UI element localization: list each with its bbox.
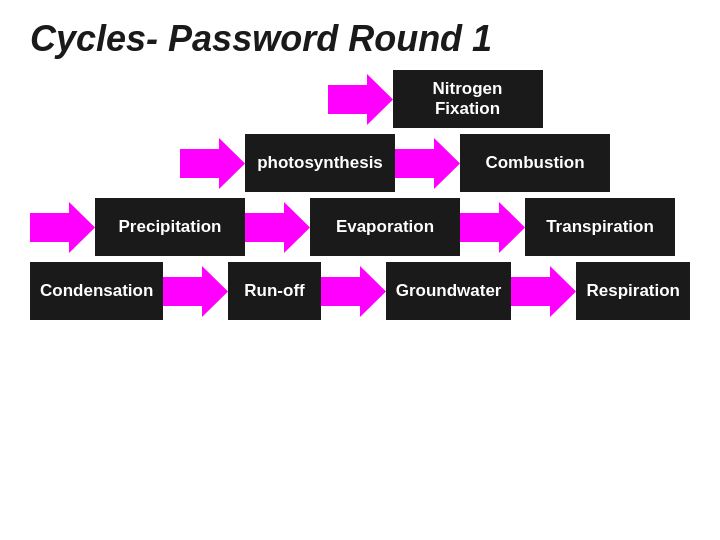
svg-marker-6 bbox=[163, 265, 228, 316]
main-diagram: Nitrogen Fixation photosynthesis Combust… bbox=[30, 70, 690, 326]
arrow-3-1 bbox=[30, 200, 95, 255]
arrow-3-3 bbox=[460, 200, 525, 255]
svg-marker-7 bbox=[321, 265, 386, 316]
row-1: Nitrogen Fixation bbox=[30, 70, 690, 128]
condensation-box: Condensation bbox=[30, 262, 163, 320]
arrow-4-1 bbox=[163, 264, 228, 319]
arrow-2-1 bbox=[180, 136, 245, 191]
svg-marker-4 bbox=[245, 201, 310, 252]
row-3: Precipitation Evaporation Transpiration bbox=[30, 198, 690, 256]
transpiration-box: Transpiration bbox=[525, 198, 675, 256]
evaporation-box: Evaporation bbox=[310, 198, 460, 256]
arrow-1-1 bbox=[328, 72, 393, 127]
svg-marker-2 bbox=[395, 137, 460, 188]
precipitation-box: Precipitation bbox=[95, 198, 245, 256]
svg-marker-1 bbox=[180, 137, 245, 188]
respiration-box: Respiration bbox=[576, 262, 690, 320]
svg-marker-8 bbox=[511, 265, 576, 316]
row-2: photosynthesis Combustion bbox=[30, 134, 690, 192]
photosynthesis-box: photosynthesis bbox=[245, 134, 395, 192]
svg-marker-0 bbox=[328, 73, 393, 124]
combustion-box: Combustion bbox=[460, 134, 610, 192]
svg-marker-5 bbox=[460, 201, 525, 252]
page-title: Cycles- Password Round 1 bbox=[0, 0, 720, 70]
arrow-2-2 bbox=[395, 136, 460, 191]
groundwater-box: Groundwater bbox=[386, 262, 512, 320]
row-4: Condensation Run-off Groundwater Respira… bbox=[30, 262, 690, 320]
arrow-3-2 bbox=[245, 200, 310, 255]
arrow-4-2 bbox=[321, 264, 386, 319]
runoff-box: Run-off bbox=[228, 262, 320, 320]
nitrogen-fixation-box: Nitrogen Fixation bbox=[393, 70, 543, 128]
svg-marker-3 bbox=[30, 201, 95, 252]
arrow-4-3 bbox=[511, 264, 576, 319]
